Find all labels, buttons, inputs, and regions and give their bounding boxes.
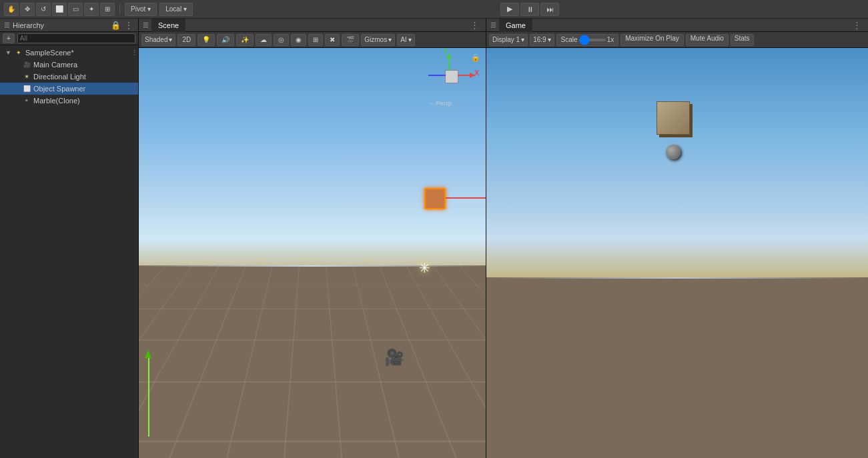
- scene-header: ☰ Scene ⋮: [139, 19, 486, 32]
- game-sphere-object: [666, 145, 681, 159]
- scene-viewport: ✳ 🎥 Y X ← Persp: [139, 48, 486, 458]
- list-item[interactable]: ▼ ✦ SampleScene* ⋮: [0, 47, 138, 59]
- scene-toolbar: Shaded ▾ 2D 💡 🔊 ✨ ☁ ◎ ◉ ⊞ ✖ 🎬: [139, 32, 486, 48]
- scene-tb-icon6[interactable]: 🎬: [342, 34, 359, 46]
- shading-arrow: ▾: [169, 36, 172, 43]
- list-item[interactable]: ⬜ Object Spawner: [0, 83, 138, 95]
- panels-row: ☰ Scene ⋮ Shaded ▾ 2D 💡 🔊: [139, 19, 868, 458]
- scene-panel: ☰ Scene ⋮ Shaded ▾ 2D 💡 🔊: [139, 19, 486, 458]
- scene-tb-icon1[interactable]: ☁: [256, 34, 272, 46]
- audio-icon: 🔊: [222, 36, 230, 43]
- aspect-dropdown[interactable]: 16:9 ▾: [530, 34, 554, 46]
- pivot-arrow: ▾: [147, 5, 151, 13]
- sphere-icon: ⚬: [22, 97, 31, 104]
- game-content[interactable]: [486, 48, 868, 458]
- hierarchy-title: Hierarchy: [13, 21, 107, 29]
- game-toolbar: Display 1 ▾ 16:9 ▾ Scale 1x Maximize On …: [486, 32, 868, 48]
- scene-tab-label: Scene: [158, 21, 179, 29]
- stats-btn[interactable]: Stats: [731, 34, 754, 46]
- hierarchy-search[interactable]: [17, 33, 135, 43]
- local-btn[interactable]: Local ▾: [159, 3, 193, 16]
- hierarchy-lock-btn[interactable]: 🔒: [110, 20, 121, 31]
- scene-tb-icon2[interactable]: ◎: [274, 34, 289, 46]
- scene-panel-icon: ☰: [143, 21, 149, 29]
- game-tab-label: Game: [506, 21, 526, 29]
- y-transform-tip: [145, 350, 151, 358]
- aspect-label: 16:9: [533, 36, 546, 43]
- stats-label: Stats: [735, 35, 750, 42]
- 2d-btn[interactable]: 2D: [177, 34, 195, 46]
- shading-label: Shaded: [145, 36, 167, 43]
- gizmos-arrow: ▾: [388, 36, 392, 43]
- main-camera-label: Main Camera: [33, 61, 77, 69]
- scene-lock-icon[interactable]: 🔒: [471, 53, 480, 62]
- game-sky: [486, 48, 868, 286]
- top-toolbar: ✋ ✥ ↺ ⬜ ▭ ✦ ⊞ Pivot ▾ Local ▾ ▶ ⏸ ⏭: [0, 0, 868, 19]
- display-dropdown[interactable]: Display 1 ▾: [489, 34, 528, 46]
- orientation-gizmo[interactable]: Y X ← Persp: [428, 53, 475, 107]
- display-label: Display 1: [492, 36, 520, 43]
- hierarchy-add-btn[interactable]: +: [3, 33, 15, 43]
- transform-tool-btn[interactable]: ✦: [84, 3, 99, 16]
- gizmo-y-tip: [446, 53, 452, 59]
- play-button[interactable]: ▶: [500, 3, 519, 16]
- maximize-btn[interactable]: Maximize On Play: [620, 34, 684, 46]
- audio-btn[interactable]: 🔊: [217, 34, 234, 46]
- main-camera-gizmo[interactable]: 🎥: [384, 348, 404, 367]
- scene-tab[interactable]: Scene: [151, 19, 185, 32]
- scene-panel-options[interactable]: ⋮: [468, 20, 482, 30]
- custom-tool-btn[interactable]: ⊞: [100, 3, 115, 16]
- aspect-arrow: ▾: [548, 36, 551, 43]
- scene-tb-icon4[interactable]: ⊞: [308, 34, 323, 46]
- pivot-label: Pivot: [131, 5, 145, 13]
- hierarchy-content: ▼ ✦ SampleScene* ⋮ 🎥 Main Camera ☀ Direc…: [0, 45, 138, 458]
- gizmos-dropdown[interactable]: Gizmos ▾: [361, 34, 395, 46]
- local-arrow: ▾: [183, 5, 187, 13]
- scene-content[interactable]: ✳ 🎥 Y X ← Persp: [139, 48, 486, 458]
- scene-options-btn[interactable]: ⋮: [131, 49, 138, 57]
- local-label: Local: [165, 5, 181, 13]
- shading-dropdown[interactable]: Shaded ▾: [141, 34, 175, 46]
- scale-tool-btn[interactable]: ⬜: [52, 3, 67, 16]
- scene-grid: [139, 265, 486, 458]
- scene-label: SampleScene*: [25, 49, 74, 57]
- scale-value: 1x: [607, 36, 614, 43]
- hierarchy-toolbar: +: [0, 32, 138, 45]
- mute-btn[interactable]: Mute Audio: [686, 34, 729, 46]
- scene-icon: ✦: [14, 49, 23, 56]
- rect-tool-btn[interactable]: ▭: [68, 3, 83, 16]
- center-area: ☰ Scene ⋮ Shaded ▾ 2D 💡 🔊: [139, 19, 868, 458]
- rotate-tool-btn[interactable]: ↺: [36, 3, 51, 16]
- mute-label: Mute Audio: [691, 35, 724, 42]
- pivot-btn[interactable]: Pivot ▾: [125, 3, 157, 16]
- object-spawner-gizmo[interactable]: [424, 188, 446, 209]
- pause-button[interactable]: ⏸: [520, 3, 539, 16]
- game-panel-options[interactable]: ⋮: [850, 20, 864, 30]
- tool-buttons: ✋ ✥ ↺ ⬜ ▭ ✦ ⊞: [4, 3, 115, 16]
- separator-1: [119, 4, 120, 15]
- directional-light-gizmo[interactable]: ✳: [419, 260, 430, 276]
- light-icon: ☀: [22, 73, 31, 80]
- hierarchy-panel: ☰ Hierarchy 🔒 ⋮ + ▼ ✦ SampleScene* ⋮ 🎥 M…: [0, 19, 139, 458]
- scene-tb-icon3[interactable]: ◉: [291, 34, 306, 46]
- maximize-label: Maximize On Play: [625, 35, 679, 42]
- game-panel-icon: ☰: [490, 21, 496, 29]
- ai-dropdown[interactable]: AI ▾: [397, 34, 414, 46]
- gizmos-label: Gizmos: [364, 36, 387, 43]
- hierarchy-options-btn[interactable]: ⋮: [123, 20, 134, 31]
- ai-arrow: ▾: [408, 36, 412, 43]
- hand-tool-btn[interactable]: ✋: [4, 3, 19, 16]
- game-tab[interactable]: Game: [499, 19, 532, 32]
- scale-slider[interactable]: [579, 39, 606, 41]
- object-spawner-label: Object Spawner: [33, 85, 85, 93]
- scene-tb-icon5[interactable]: ✖: [325, 34, 340, 46]
- list-item[interactable]: ⚬ Marble(Clone): [0, 95, 138, 107]
- list-item[interactable]: 🎥 Main Camera: [0, 59, 138, 71]
- lighting-icon: 💡: [202, 36, 210, 43]
- fx-btn[interactable]: ✨: [236, 34, 254, 46]
- list-item[interactable]: ☀ Directional Light: [0, 71, 138, 83]
- lighting-btn[interactable]: 💡: [197, 34, 215, 46]
- move-tool-btn[interactable]: ✥: [20, 3, 35, 16]
- game-ground: [486, 277, 868, 458]
- step-button[interactable]: ⏭: [540, 3, 559, 16]
